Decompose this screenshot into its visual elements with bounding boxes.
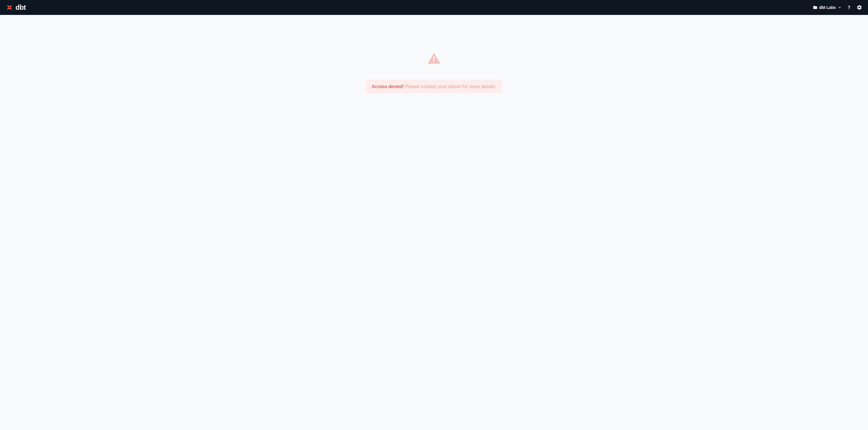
folder-icon	[813, 5, 817, 10]
navbar-actions: dbt Labs	[813, 5, 862, 10]
svg-point-3	[433, 61, 435, 62]
navbar-brand[interactable]: dbt	[6, 3, 26, 11]
warning-triangle-icon	[427, 52, 441, 65]
project-name: dbt Labs	[819, 5, 836, 10]
dbt-logo-icon	[6, 4, 13, 11]
main-content: Access denied! Please contact your admin…	[0, 15, 868, 93]
navbar: dbt dbt Labs	[0, 0, 868, 15]
svg-rect-2	[433, 56, 435, 60]
svg-point-1	[849, 9, 849, 9]
error-title: Access denied!	[372, 84, 404, 89]
settings-gear-icon[interactable]	[857, 5, 862, 10]
error-detail: Please contact your admin for more detai…	[405, 84, 496, 89]
brand-name: dbt	[16, 3, 26, 11]
help-icon[interactable]	[846, 5, 852, 10]
project-selector[interactable]: dbt Labs	[813, 5, 842, 10]
chevron-down-icon	[838, 5, 842, 9]
svg-point-0	[9, 7, 10, 8]
error-message-box: Access denied! Please contact your admin…	[366, 80, 502, 93]
